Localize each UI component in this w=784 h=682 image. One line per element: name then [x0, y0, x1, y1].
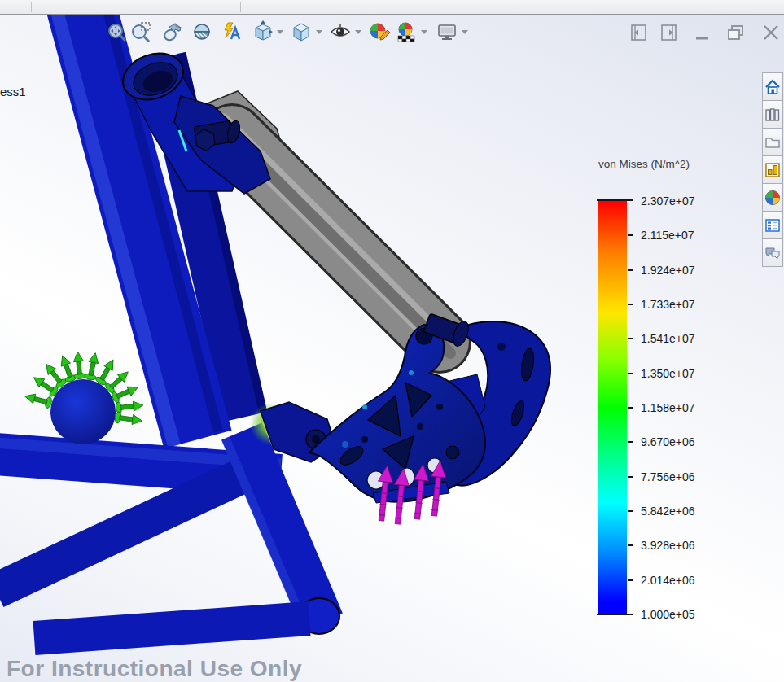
legend-value: 7.756e+06	[641, 470, 730, 483]
zoom-to-area-icon[interactable]	[129, 19, 153, 45]
toolbar-separator	[31, 2, 32, 12]
appearances-ball-icon	[764, 189, 782, 207]
hide-show-items-icon[interactable]	[328, 19, 353, 45]
legend-bottom-line	[597, 614, 633, 615]
tab-design-library[interactable]	[762, 100, 783, 129]
toolbar-separator	[240, 2, 241, 12]
tab-view-palette[interactable]	[762, 155, 783, 184]
legend-tick	[628, 441, 633, 443]
legend-tick	[628, 510, 633, 512]
heads-up-view-toolbar	[104, 19, 471, 45]
legend-value: 2.115e+07	[641, 229, 730, 242]
collapse-pane-right-icon[interactable]	[659, 22, 680, 43]
view-orientation-caret[interactable]	[277, 30, 283, 34]
legend-title: von Mises (N/m^2)	[598, 158, 690, 170]
books-icon	[764, 106, 782, 124]
legend-tick	[628, 476, 633, 478]
legend-tick	[628, 338, 633, 339]
rocker-link[interactable]	[309, 313, 550, 503]
legend-tick	[628, 373, 633, 374]
zoom-to-fit-icon[interactable]	[104, 19, 129, 45]
legend-value: 1.158e+07	[641, 401, 730, 414]
view-settings-icon[interactable]	[435, 19, 459, 45]
hide-show-items-caret[interactable]	[355, 30, 361, 34]
legend-color-bar	[598, 201, 627, 614]
display-style-caret[interactable]	[316, 30, 322, 34]
legend-tick	[628, 407, 633, 409]
legend-value: 1.000e+05	[641, 608, 730, 621]
legend-tick	[628, 304, 633, 305]
command-manager-edge	[0, 0, 784, 15]
minimize-icon[interactable]	[692, 22, 713, 43]
solidworks-simulation-window: ess1 For Instructional Use Only von Mise…	[0, 0, 784, 682]
legend-tick	[628, 269, 633, 271]
legend-value: 1.541e+07	[641, 332, 730, 345]
tab-appearances-scenes[interactable]	[762, 183, 783, 212]
view-orientation-icon[interactable]	[250, 19, 274, 45]
dynamic-annotation-views-icon[interactable]	[219, 19, 243, 45]
legend-tick	[628, 234, 633, 236]
chat-bubbles-icon	[764, 244, 782, 262]
view-settings-caret[interactable]	[462, 30, 468, 34]
properties-list-icon	[764, 216, 782, 234]
view-palette-icon	[764, 161, 782, 179]
legend-value: 9.670e+06	[641, 435, 730, 448]
task-pane-tabs	[762, 73, 784, 267]
tab-custom-properties[interactable]	[762, 211, 783, 239]
collapse-pane-left-icon[interactable]	[629, 22, 650, 43]
close-icon[interactable]	[760, 22, 782, 43]
tab-solidworks-resources[interactable]	[762, 72, 783, 101]
legend-value: 1.733e+07	[641, 298, 730, 311]
legend-value: 1.350e+07	[641, 367, 730, 380]
previous-view-icon[interactable]	[160, 19, 185, 45]
display-style-icon[interactable]	[289, 19, 313, 45]
legend-top-line	[597, 199, 633, 201]
tab-file-explorer[interactable]	[762, 128, 783, 156]
section-view-icon[interactable]	[190, 19, 214, 45]
stress-legend[interactable]: von Mises (N/m^2) 2.307e+07 2.115e+07 1.…	[597, 155, 780, 631]
window-controls	[629, 22, 782, 43]
legend-value: 3.928e+06	[641, 539, 730, 552]
plot-label-fragment: ess1	[0, 85, 26, 98]
folder-icon	[764, 133, 782, 151]
legend-tick	[628, 579, 633, 581]
legend-tick	[628, 544, 633, 546]
legend-value: 1.924e+07	[641, 264, 730, 277]
home-icon	[764, 78, 782, 96]
instructional-watermark: For Instructional Use Only	[7, 656, 302, 682]
legend-value: 2.014e+06	[641, 574, 730, 587]
apply-scene-icon[interactable]	[394, 19, 418, 45]
edit-appearance-icon[interactable]	[367, 19, 392, 45]
tab-solidworks-forum[interactable]	[762, 238, 783, 267]
fixture-arrows[interactable]	[24, 352, 144, 444]
legend-value: 2.307e+07	[641, 195, 730, 208]
apply-scene-caret[interactable]	[421, 30, 427, 34]
legend-value: 5.842e+06	[641, 505, 730, 518]
restore-icon[interactable]	[725, 22, 747, 43]
